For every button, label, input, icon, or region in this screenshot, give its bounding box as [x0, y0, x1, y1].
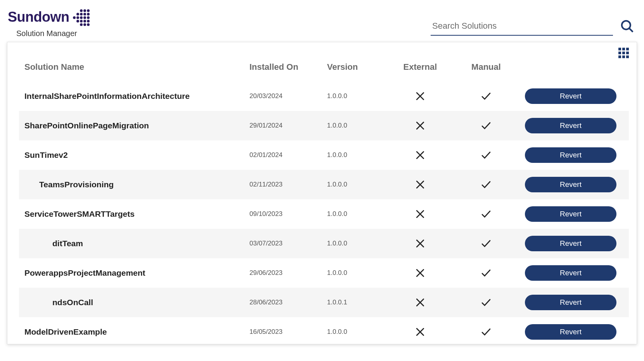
check-icon	[459, 208, 525, 220]
installed-date: 02/11/2023	[249, 181, 327, 188]
cross-icon	[393, 149, 459, 161]
solution-name: ndsOnCall	[24, 298, 249, 307]
solution-name: ModelDrivenExample	[24, 327, 249, 337]
cross-icon	[393, 297, 459, 308]
version: 1.0.0.0	[327, 151, 393, 159]
solution-name: ditTeam	[24, 239, 249, 248]
version: 1.0.0.0	[327, 92, 393, 100]
installed-date: 28/06/2023	[249, 299, 327, 306]
installed-date: 03/07/2023	[249, 240, 327, 247]
revert-button[interactable]: Revert	[525, 206, 616, 222]
installed-date: 09/10/2023	[249, 210, 327, 218]
search-input[interactable]	[431, 19, 613, 36]
logo-dots-icon	[73, 9, 90, 26]
revert-button[interactable]: Revert	[525, 88, 616, 104]
revert-button[interactable]: Revert	[525, 147, 616, 163]
column-header-installed: Installed On	[249, 62, 327, 72]
table-row: ndsOnCall28/06/20231.0.0.1Revert	[19, 288, 629, 317]
table-row: ModelDrivenExample16/05/20231.0.0.0Rever…	[19, 317, 629, 344]
version: 1.0.0.0	[327, 122, 393, 130]
revert-button[interactable]: Revert	[525, 295, 616, 310]
column-header-version: Version	[327, 62, 393, 72]
installed-date: 16/05/2023	[249, 328, 327, 336]
check-icon	[459, 120, 525, 131]
version: 1.0.0.0	[327, 240, 393, 247]
version: 1.0.0.0	[327, 210, 393, 218]
table-row: PowerappsProjectManagement29/06/20231.0.…	[19, 258, 629, 288]
check-icon	[459, 238, 525, 249]
column-header-manual: Manual	[459, 62, 525, 72]
column-header-external: External	[393, 62, 459, 72]
cross-icon	[393, 179, 459, 190]
revert-button[interactable]: Revert	[525, 324, 616, 340]
svg-line-1	[629, 28, 633, 32]
solution-name: SunTimev2	[24, 150, 249, 160]
installed-date: 20/03/2024	[249, 92, 327, 100]
check-icon	[459, 297, 525, 308]
solutions-panel: Solution Name Installed On Version Exter…	[7, 42, 637, 344]
cross-icon	[393, 90, 459, 102]
revert-button[interactable]: Revert	[525, 265, 616, 281]
solution-name: ServiceTowerSMARTTargets	[24, 209, 249, 219]
cross-icon	[393, 267, 459, 279]
table-row: InternalSharePointInformationArchitectur…	[19, 81, 629, 111]
svg-point-0	[622, 21, 630, 29]
app-header: Sundown Solution Manager	[0, 0, 644, 42]
solution-name: PowerappsProjectManagement	[24, 268, 249, 278]
check-icon	[459, 179, 525, 190]
check-icon	[459, 149, 525, 161]
version: 1.0.0.0	[327, 181, 393, 188]
grid-view-icon[interactable]	[618, 48, 629, 58]
logo-text: Sundown	[8, 9, 69, 25]
cross-icon	[393, 208, 459, 220]
solution-name: InternalSharePointInformationArchitectur…	[24, 92, 249, 101]
search-area	[431, 19, 635, 36]
table-row: SharePointOnlinePageMigration29/01/20241…	[19, 111, 629, 140]
cross-icon	[393, 120, 459, 131]
solution-name: SharePointOnlinePageMigration	[24, 121, 249, 130]
table-row: SunTimev202/01/20241.0.0.0Revert	[19, 140, 629, 170]
version: 1.0.0.0	[327, 269, 393, 277]
table-header-row: Solution Name Installed On Version Exter…	[19, 58, 629, 81]
table-row: TeamsProvisioning02/11/20231.0.0.0Revert	[19, 170, 629, 199]
search-icon[interactable]	[620, 19, 635, 35]
cross-icon	[393, 238, 459, 249]
check-icon	[459, 326, 525, 338]
check-icon	[459, 90, 525, 102]
installed-date: 29/01/2024	[249, 122, 327, 130]
column-header-name: Solution Name	[24, 62, 249, 72]
version: 1.0.0.0	[327, 328, 393, 336]
installed-date: 29/06/2023	[249, 269, 327, 277]
revert-button[interactable]: Revert	[525, 177, 616, 192]
table-row: ditTeam03/07/20231.0.0.0Revert	[19, 229, 629, 258]
cross-icon	[393, 326, 459, 338]
solution-name: TeamsProvisioning	[24, 180, 249, 189]
solutions-table[interactable]: Solution Name Installed On Version Exter…	[7, 58, 637, 344]
table-row: ServiceTowerSMARTTargets09/10/20231.0.0.…	[19, 199, 629, 229]
page-subtitle: Solution Manager	[16, 29, 90, 38]
installed-date: 02/01/2024	[249, 151, 327, 159]
revert-button[interactable]: Revert	[525, 118, 616, 133]
check-icon	[459, 267, 525, 279]
logo-block: Sundown Solution Manager	[8, 8, 90, 38]
version: 1.0.0.1	[327, 299, 393, 306]
revert-button[interactable]: Revert	[525, 236, 616, 251]
